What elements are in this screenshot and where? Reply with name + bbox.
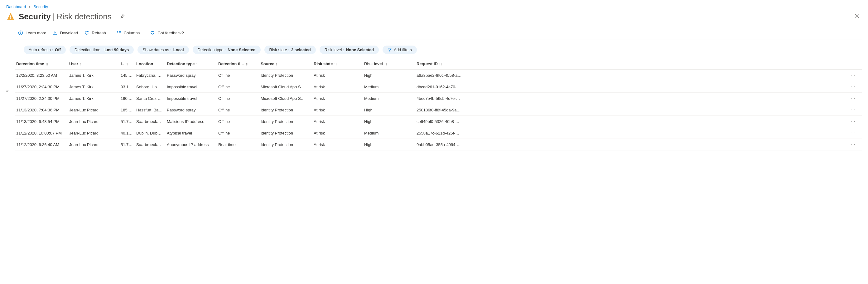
cell-source: Identity Protection [261, 142, 314, 147]
row-actions-button[interactable]: ··· [849, 117, 857, 125]
col-detection-time[interactable]: Detection time↑↓ [16, 61, 69, 66]
breadcrumb-link-security[interactable]: Security [33, 4, 48, 9]
learn-more-label: Learn more [26, 31, 46, 35]
cell-source: Identity Protection [261, 119, 314, 124]
page-title: Security [19, 12, 51, 22]
cell-detection-timing: Offline [218, 73, 261, 78]
download-label: Download [60, 31, 78, 35]
cell-detection-timing: Offline [218, 96, 261, 101]
col-risk-level[interactable]: Risk level↑↓ [364, 61, 416, 66]
security-shield-icon [6, 12, 15, 21]
table-row[interactable]: 11/13/2020, 6:48:54 PMJean-Luc Picard51.… [15, 116, 862, 127]
more-icon: ··· [850, 84, 856, 89]
cell-user: James T. Kirk [69, 96, 121, 101]
cell-ip: 145.… [121, 73, 136, 78]
cell-ip: 51.7… [121, 119, 136, 124]
chevron-double-right-icon: » [6, 88, 9, 93]
cell-source: Identity Protection [261, 73, 314, 78]
feedback-button[interactable]: Got feedback? [147, 29, 187, 36]
pin-icon [120, 14, 125, 20]
row-actions-button[interactable]: ··· [849, 83, 857, 91]
col-detection-type[interactable]: Detection type↑↓ [167, 61, 218, 66]
col-ip[interactable]: I..↑↓ [121, 61, 136, 66]
sort-icon: ↑↓ [334, 62, 337, 66]
cell-location: Soborg, Ho… [136, 85, 167, 89]
command-separator [111, 29, 111, 36]
more-icon: ··· [850, 107, 856, 112]
expand-rail-button[interactable]: » [4, 30, 10, 150]
filter-detection-time[interactable]: Detection time : Last 90 days [69, 46, 134, 54]
cell-user: Jean-Luc Picard [69, 131, 121, 136]
filter-risk-state[interactable]: Risk state : 2 selected [265, 46, 316, 54]
cell-request-id: 4bec7e4b-56c5-4c7e-… [416, 96, 849, 101]
learn-more-button[interactable]: Learn more [15, 29, 49, 36]
columns-icon [116, 30, 121, 35]
cell-detection-type: Atypical travel [167, 131, 218, 136]
filter-auto-refresh[interactable]: Auto refresh : Off [24, 46, 66, 54]
download-button[interactable]: Download [49, 29, 81, 36]
filter-detection-time-value: Last 90 days [104, 48, 129, 52]
sort-icon: ↑↓ [45, 62, 48, 66]
row-actions-button[interactable]: ··· [849, 71, 857, 79]
cell-detection-timing: Offline [218, 119, 261, 124]
cell-location: Saarbrueck… [136, 142, 167, 147]
cell-source: Identity Protection [261, 108, 314, 112]
filter-detection-type-label: Detection type : [198, 48, 226, 52]
cell-request-id: 250186f0-ff8f-45da-9a… [416, 108, 849, 112]
filter-show-dates[interactable]: Show dates as : Local [137, 46, 189, 54]
refresh-icon [84, 30, 89, 35]
cell-source: Microsoft Cloud App S… [261, 85, 314, 89]
pin-button[interactable] [117, 11, 127, 22]
table-row[interactable]: 11/27/2020, 2:34:30 PMJames T. Kirk190.…… [15, 93, 862, 104]
col-location[interactable]: Location [136, 61, 167, 66]
cell-risk-state: At risk [314, 131, 364, 136]
row-actions-button[interactable]: ··· [849, 129, 857, 137]
sort-icon: ↑↓ [246, 62, 248, 66]
cell-risk-state: At risk [314, 119, 364, 124]
breadcrumb-separator: › [29, 4, 30, 9]
row-actions-button[interactable]: ··· [849, 94, 857, 102]
col-risk-state[interactable]: Risk state↑↓ [314, 61, 364, 66]
table-row[interactable]: 11/12/2020, 6:36:40 AMJean-Luc Picard51.… [15, 139, 862, 150]
col-detection-timing[interactable]: Detection ti…↑↓ [218, 61, 261, 66]
table-row[interactable]: 11/13/2020, 7:04:36 PMJean-Luc Picard185… [15, 104, 862, 116]
row-actions-button[interactable]: ··· [849, 106, 857, 114]
col-request-id[interactable]: Request ID↑↓ [416, 61, 849, 66]
filter-risk-state-label: Risk state : [269, 48, 289, 52]
table-row[interactable]: 12/2/2020, 3:23:50 AMJames T. Kirk145.…F… [15, 69, 862, 81]
cell-request-id: 2558a17c-621d-425f-… [416, 131, 849, 136]
page-subtitle: Risk detections [56, 12, 111, 22]
table-row[interactable]: 11/27/2020, 2:34:30 PMJames T. Kirk93.1…… [15, 81, 862, 93]
breadcrumb-link-dashboard[interactable]: Dashboard [6, 4, 26, 9]
cell-detection-type: Password spray [167, 108, 218, 112]
col-detection-type-label: Detection type [167, 61, 195, 66]
row-actions-button[interactable]: ··· [849, 140, 857, 148]
table-row[interactable]: 11/12/2020, 10:03:07 PMJean-Luc Picard40… [15, 127, 862, 139]
refresh-label: Refresh [92, 31, 106, 35]
col-user-label: User [69, 61, 78, 66]
cell-location: Dublin, Dub… [136, 131, 167, 136]
refresh-button[interactable]: Refresh [81, 29, 109, 36]
filter-risk-level[interactable]: Risk level : None Selected [319, 46, 379, 54]
col-risk-level-label: Risk level [364, 61, 383, 66]
breadcrumb: Dashboard › Security [0, 0, 868, 9]
cell-location: Santa Cruz … [136, 96, 167, 101]
cell-ip: 190.… [121, 96, 136, 101]
cell-detection-type: Impossible travel [167, 96, 218, 101]
columns-button[interactable]: Columns [113, 29, 143, 36]
col-source[interactable]: Source↑↓ [261, 61, 314, 66]
filter-auto-refresh-label: Auto refresh : [29, 48, 53, 52]
svg-rect-4 [20, 32, 21, 32]
col-ip-label: I.. [121, 61, 124, 66]
add-filters-button[interactable]: Add filters [382, 46, 417, 54]
filter-detection-type[interactable]: Detection type : None Selected [193, 46, 261, 54]
cell-risk-state: At risk [314, 142, 364, 147]
command-separator [145, 29, 145, 36]
col-user[interactable]: User↑↓ [69, 61, 121, 66]
filter-auto-refresh-value: Off [55, 48, 61, 52]
sort-icon: ↑↓ [439, 62, 442, 66]
col-source-label: Source [261, 61, 274, 66]
add-filters-label: Add filters [394, 48, 412, 52]
cell-detection-time: 11/27/2020, 2:34:30 PM [16, 85, 69, 89]
close-button[interactable] [852, 11, 862, 22]
